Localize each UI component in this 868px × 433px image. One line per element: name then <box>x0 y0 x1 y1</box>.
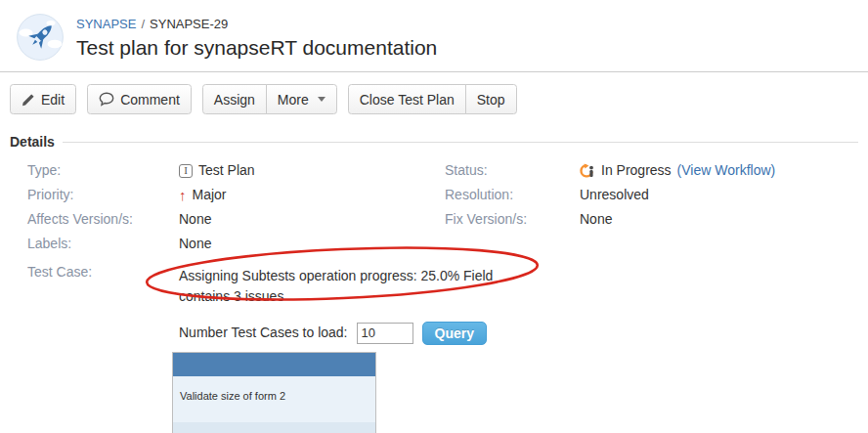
details-section-title: Details <box>10 134 55 150</box>
close-test-plan-button[interactable]: Close Test Plan <box>348 84 466 114</box>
affects-versions-label: Affects Version/s: <box>27 207 179 232</box>
field-row-labels: Labels: None <box>27 232 445 256</box>
comment-button-label: Comment <box>120 92 180 108</box>
details-module: Details Type: I Test Plan Priority: ↑ Ma… <box>0 126 868 433</box>
field-row-priority: Priority: ↑ Major <box>27 183 445 207</box>
in-progress-icon <box>580 163 595 179</box>
test-plan-type-icon: I <box>179 164 193 178</box>
load-label: Number Test Cases to load: <box>179 321 348 345</box>
workflow-buttons-group: Close Test Plan Stop <box>348 84 517 114</box>
labels-label: Labels: <box>27 232 179 256</box>
status-value: In Progress <box>601 158 672 183</box>
breadcrumb-issue-key: SYNAPSE-29 <box>150 17 228 31</box>
breadcrumb-separator: / <box>141 17 145 31</box>
comment-bubble-icon <box>99 92 114 107</box>
more-button-label: More <box>278 92 309 108</box>
breadcrumb-project-link[interactable]: SYNAPSE <box>76 17 136 31</box>
toolbar: Edit Comment Assign More Close Test Plan… <box>0 72 868 126</box>
view-workflow-link[interactable]: (View Workflow) <box>677 158 776 183</box>
affects-versions-value: None <box>179 207 211 232</box>
type-label: Type: <box>27 158 179 183</box>
details-module-header: Details <box>10 134 858 150</box>
fix-versions-value: None <box>580 207 612 232</box>
stop-button[interactable]: Stop <box>465 84 517 114</box>
table-row-summary[interactable]: Validate size of form 2 <box>173 376 375 422</box>
field-row-type: Type: I Test Plan <box>27 158 445 183</box>
field-row-affects-versions: Affects Version/s: None <box>27 207 445 232</box>
labels-value: None <box>179 232 211 256</box>
chevron-down-icon <box>318 97 326 102</box>
details-header-rule <box>63 142 858 143</box>
edit-button[interactable]: Edit <box>10 84 76 114</box>
issue-header: SYNAPSE/SYNAPSE-29 Test plan for synapse… <box>0 0 868 71</box>
field-row-status: Status: In Progress (View Workflow) <box>445 158 858 183</box>
comment-button[interactable]: Comment <box>87 84 192 114</box>
status-label: Status: <box>445 158 580 183</box>
stop-button-label: Stop <box>477 92 505 108</box>
priority-major-icon: ↑ <box>179 188 187 202</box>
assign-more-group: Assign More <box>202 84 337 114</box>
page-title: Test plan for synapseRT documentation <box>76 36 437 60</box>
rocket-icon <box>17 14 64 61</box>
edit-button-label: Edit <box>41 92 65 108</box>
progress-text: Assigning Subtests operation progress: 2… <box>179 266 542 307</box>
test-case-label: Test Case: <box>27 260 179 284</box>
close-test-plan-label: Close Test Plan <box>360 92 455 108</box>
test-case-table: Validate size of form 2 SYNAPSE-16 <box>172 352 376 433</box>
priority-value: Major <box>193 183 227 207</box>
type-value: Test Plan <box>198 158 255 183</box>
resolution-value: Unresolved <box>580 183 649 207</box>
more-button[interactable]: More <box>266 84 337 114</box>
assign-button-label: Assign <box>214 92 255 108</box>
details-left-column: Type: I Test Plan Priority: ↑ Major Affe… <box>27 158 445 433</box>
breadcrumb: SYNAPSE/SYNAPSE-29 <box>76 17 437 31</box>
fix-versions-label: Fix Version/s: <box>445 207 580 232</box>
resolution-label: Resolution: <box>445 183 580 207</box>
project-avatar[interactable] <box>17 14 64 61</box>
priority-label: Priority: <box>27 183 179 207</box>
assign-button[interactable]: Assign <box>202 84 267 114</box>
load-count-input[interactable] <box>357 323 413 344</box>
field-row-fix-versions: Fix Version/s: None <box>445 207 858 232</box>
pencil-icon <box>22 93 35 107</box>
test-case-table-header[interactable] <box>173 353 375 376</box>
progress-block: Assigning Subtests operation progress: 2… <box>179 266 542 307</box>
field-row-resolution: Resolution: Unresolved <box>445 183 858 207</box>
table-row-key[interactable]: SYNAPSE-16 <box>173 422 375 433</box>
field-row-test-case: Test Case: Assigning Subtests operation … <box>27 260 445 433</box>
